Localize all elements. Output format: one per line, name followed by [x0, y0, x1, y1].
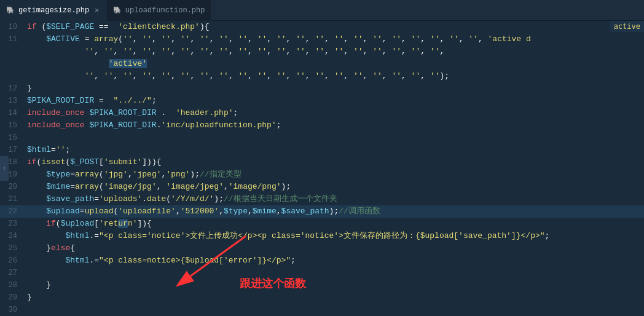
line-num: 20 — [0, 181, 25, 193]
line-num: 13 — [0, 95, 25, 107]
php-icon: 🐘 — [6, 6, 15, 14]
line-num: 10 — [0, 21, 25, 33]
line-num: 23 — [0, 218, 25, 230]
tab-label-2: uploadfunction.php — [125, 6, 205, 15]
line-16: 16 — [0, 132, 644, 144]
line-num: 30 — [0, 304, 25, 316]
line-30: 30 — [0, 304, 644, 316]
line-num: 26 — [0, 255, 25, 267]
line-code: $html=''; — [25, 144, 644, 156]
line-26: 26 $html.="<p class=notice>{$upload['err… — [0, 255, 644, 267]
line-num: 27 — [0, 267, 25, 279]
line-num: 19 — [0, 168, 25, 181]
line-11-cont3: '', '', '', '', '', '', '', '', '', '', … — [0, 70, 644, 82]
editor: ‹ 10 if ($SELF_PAGE == 'clientcheck.php'… — [0, 21, 644, 316]
line-code: '', '', '', '', '', '', '', '', '', '', … — [25, 45, 644, 58]
line-17: 17 $html=''; — [0, 144, 644, 156]
line-num: 16 — [0, 132, 25, 144]
line-19: 19 $type=array('jpg','jpeg','png');//指定类… — [0, 168, 644, 181]
line-code: if(isset($_POST['submit'])){ — [25, 156, 644, 168]
line-code: if ($SELF_PAGE == 'clientcheck.php'){ — [25, 21, 644, 33]
line-13: 13 $PIKA_ROOT_DIR = "../../"; — [0, 95, 644, 107]
line-code: '', '', '', '', '', '', '', '', '', '', … — [25, 70, 644, 82]
line-code — [25, 304, 644, 316]
line-21: 21 $save_path='uploads'.date('/Y/m/d/');… — [0, 193, 644, 205]
line-code — [25, 132, 644, 144]
line-29: 29 } — [0, 291, 644, 304]
line-num: 15 — [0, 119, 25, 132]
line-12: 12 } — [0, 82, 644, 95]
line-code: $PIKA_ROOT_DIR = "../../"; — [25, 95, 644, 107]
php-icon-2: 🐘 — [113, 6, 122, 14]
line-code: }else{ — [25, 242, 644, 255]
line-15: 15 include_once $PIKA_ROOT_DIR.'inc/uplo… — [0, 119, 644, 132]
line-28: 28 } — [0, 279, 644, 291]
active-badge: active — [610, 21, 644, 32]
line-14: 14 include_once $PIKA_ROOT_DIR . 'header… — [0, 107, 644, 119]
line-num: 17 — [0, 144, 25, 156]
line-code: } — [25, 82, 644, 95]
line-11-cont1: '', '', '', '', '', '', '', '', '', '', … — [0, 45, 644, 58]
line-23: 23 if($upload['return']){ — [0, 218, 644, 230]
line-10: 10 if ($SELF_PAGE == 'clientcheck.php'){ — [0, 21, 644, 33]
line-code: $html.="<p class='notice'>文件上传成功</p><p c… — [25, 230, 644, 242]
tab-label: getimagesize.php — [18, 6, 89, 15]
line-num: 22 — [0, 205, 25, 218]
line-20: 20 $mime=array('image/jpg', 'image/jpeg'… — [0, 181, 644, 193]
line-num: 29 — [0, 291, 25, 304]
line-code: $mime=array('image/jpg', 'image/jpeg','i… — [25, 181, 644, 193]
line-11-cont2: 'active' — [0, 58, 644, 70]
tab-bar: 🐘 getimagesize.php ✕ 🐘 uploadfunction.ph… — [0, 0, 644, 21]
line-code: $upload=upload('uploadfile','512000',$ty… — [25, 205, 644, 218]
tab-uploadfunction[interactable]: 🐘 uploadfunction.php — [107, 0, 211, 21]
line-code: } — [25, 291, 644, 304]
line-27: 27 — [0, 267, 644, 279]
line-num: 25 — [0, 242, 25, 255]
line-num: 28 — [0, 279, 25, 291]
line-num: 11 — [0, 33, 25, 45]
tab-close-button[interactable]: ✕ — [93, 6, 101, 15]
line-num: 21 — [0, 193, 25, 205]
line-code: $type=array('jpg','jpeg','png');//指定类型 — [25, 168, 644, 181]
line-num: 14 — [0, 107, 25, 119]
line-num: 18 — [0, 156, 25, 168]
line-code — [25, 267, 644, 279]
line-11: 11 $ACTIVE = array('', '', '', '', '', '… — [0, 33, 644, 45]
line-code: include_once $PIKA_ROOT_DIR . 'header.ph… — [25, 107, 644, 119]
tab-getimagesize[interactable]: 🐘 getimagesize.php ✕ — [0, 0, 107, 21]
line-num: 12 — [0, 82, 25, 95]
line-22: 22 $upload=upload('uploadfile','512000',… — [0, 205, 644, 218]
line-code: $html.="<p class=notice>{$upload['error'… — [25, 255, 644, 267]
line-code: 'active' — [25, 58, 644, 70]
line-code: $ACTIVE = array('', '', '', '', '', '', … — [25, 33, 644, 45]
line-18: 18 if(isset($_POST['submit'])){ — [0, 156, 644, 168]
code-area: 10 if ($SELF_PAGE == 'clientcheck.php'){… — [0, 21, 644, 316]
line-code: include_once $PIKA_ROOT_DIR.'inc/uploadf… — [25, 119, 644, 132]
line-24: 24 $html.="<p class='notice'>文件上传成功</p><… — [0, 230, 644, 242]
line-num: 24 — [0, 230, 25, 242]
line-code: if($upload['return']){ — [25, 218, 644, 230]
line-code: $save_path='uploads'.date('/Y/m/d/');//根… — [25, 193, 644, 205]
line-25: 25 }else{ — [0, 242, 644, 255]
line-code: } — [25, 279, 644, 291]
